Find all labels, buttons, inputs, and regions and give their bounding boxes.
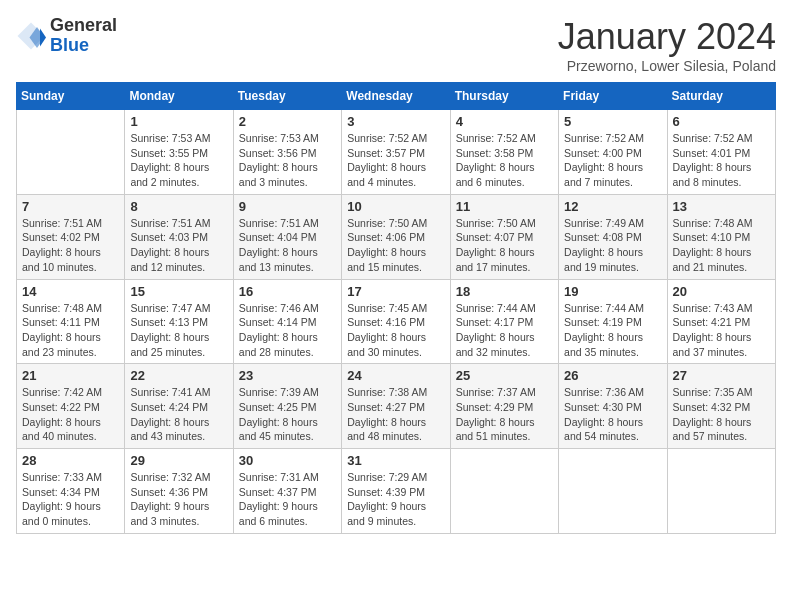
weekday-header-tuesday: Tuesday [233,83,341,110]
day-info: Sunrise: 7:52 AMSunset: 4:00 PMDaylight:… [564,131,661,190]
calendar-cell: 23Sunrise: 7:39 AMSunset: 4:25 PMDayligh… [233,364,341,449]
logo-general-text: General [50,16,117,36]
weekday-header-thursday: Thursday [450,83,558,110]
day-info: Sunrise: 7:51 AMSunset: 4:02 PMDaylight:… [22,216,119,275]
day-info: Sunrise: 7:49 AMSunset: 4:08 PMDaylight:… [564,216,661,275]
day-info: Sunrise: 7:32 AMSunset: 4:36 PMDaylight:… [130,470,227,529]
day-info: Sunrise: 7:33 AMSunset: 4:34 PMDaylight:… [22,470,119,529]
calendar-cell: 4Sunrise: 7:52 AMSunset: 3:58 PMDaylight… [450,110,558,195]
calendar-cell: 31Sunrise: 7:29 AMSunset: 4:39 PMDayligh… [342,449,450,534]
calendar-cell: 1Sunrise: 7:53 AMSunset: 3:55 PMDaylight… [125,110,233,195]
day-number: 31 [347,453,444,468]
day-info: Sunrise: 7:44 AMSunset: 4:17 PMDaylight:… [456,301,553,360]
day-info: Sunrise: 7:36 AMSunset: 4:30 PMDaylight:… [564,385,661,444]
calendar-title: January 2024 [558,16,776,58]
day-info: Sunrise: 7:53 AMSunset: 3:56 PMDaylight:… [239,131,336,190]
day-number: 3 [347,114,444,129]
calendar-cell: 17Sunrise: 7:45 AMSunset: 4:16 PMDayligh… [342,279,450,364]
day-info: Sunrise: 7:31 AMSunset: 4:37 PMDaylight:… [239,470,336,529]
day-number: 27 [673,368,770,383]
day-info: Sunrise: 7:48 AMSunset: 4:10 PMDaylight:… [673,216,770,275]
logo-icon [16,21,46,51]
day-info: Sunrise: 7:52 AMSunset: 3:58 PMDaylight:… [456,131,553,190]
day-number: 25 [456,368,553,383]
calendar-cell: 7Sunrise: 7:51 AMSunset: 4:02 PMDaylight… [17,194,125,279]
day-info: Sunrise: 7:51 AMSunset: 4:03 PMDaylight:… [130,216,227,275]
calendar-cell: 18Sunrise: 7:44 AMSunset: 4:17 PMDayligh… [450,279,558,364]
day-number: 16 [239,284,336,299]
calendar-cell: 2Sunrise: 7:53 AMSunset: 3:56 PMDaylight… [233,110,341,195]
calendar-cell: 8Sunrise: 7:51 AMSunset: 4:03 PMDaylight… [125,194,233,279]
day-number: 5 [564,114,661,129]
day-info: Sunrise: 7:52 AMSunset: 4:01 PMDaylight:… [673,131,770,190]
title-block: January 2024 Przeworno, Lower Silesia, P… [558,16,776,74]
calendar-cell [450,449,558,534]
weekday-header-saturday: Saturday [667,83,775,110]
calendar-cell: 13Sunrise: 7:48 AMSunset: 4:10 PMDayligh… [667,194,775,279]
day-number: 14 [22,284,119,299]
day-info: Sunrise: 7:39 AMSunset: 4:25 PMDaylight:… [239,385,336,444]
day-info: Sunrise: 7:35 AMSunset: 4:32 PMDaylight:… [673,385,770,444]
calendar-cell: 19Sunrise: 7:44 AMSunset: 4:19 PMDayligh… [559,279,667,364]
day-number: 29 [130,453,227,468]
day-number: 22 [130,368,227,383]
day-info: Sunrise: 7:50 AMSunset: 4:07 PMDaylight:… [456,216,553,275]
weekday-header-monday: Monday [125,83,233,110]
day-info: Sunrise: 7:50 AMSunset: 4:06 PMDaylight:… [347,216,444,275]
calendar-cell: 29Sunrise: 7:32 AMSunset: 4:36 PMDayligh… [125,449,233,534]
weekday-header-sunday: Sunday [17,83,125,110]
day-info: Sunrise: 7:37 AMSunset: 4:29 PMDaylight:… [456,385,553,444]
day-number: 2 [239,114,336,129]
day-info: Sunrise: 7:52 AMSunset: 3:57 PMDaylight:… [347,131,444,190]
calendar-cell: 25Sunrise: 7:37 AMSunset: 4:29 PMDayligh… [450,364,558,449]
calendar-cell: 15Sunrise: 7:47 AMSunset: 4:13 PMDayligh… [125,279,233,364]
calendar-cell: 28Sunrise: 7:33 AMSunset: 4:34 PMDayligh… [17,449,125,534]
calendar-cell: 11Sunrise: 7:50 AMSunset: 4:07 PMDayligh… [450,194,558,279]
day-info: Sunrise: 7:29 AMSunset: 4:39 PMDaylight:… [347,470,444,529]
calendar-cell: 14Sunrise: 7:48 AMSunset: 4:11 PMDayligh… [17,279,125,364]
day-number: 4 [456,114,553,129]
calendar-location: Przeworno, Lower Silesia, Poland [558,58,776,74]
day-number: 24 [347,368,444,383]
day-info: Sunrise: 7:42 AMSunset: 4:22 PMDaylight:… [22,385,119,444]
calendar-cell: 26Sunrise: 7:36 AMSunset: 4:30 PMDayligh… [559,364,667,449]
day-number: 15 [130,284,227,299]
day-number: 11 [456,199,553,214]
day-number: 9 [239,199,336,214]
day-number: 26 [564,368,661,383]
logo-blue-text: Blue [50,36,117,56]
calendar-cell [667,449,775,534]
calendar-cell: 9Sunrise: 7:51 AMSunset: 4:04 PMDaylight… [233,194,341,279]
day-number: 21 [22,368,119,383]
calendar-cell: 21Sunrise: 7:42 AMSunset: 4:22 PMDayligh… [17,364,125,449]
day-info: Sunrise: 7:45 AMSunset: 4:16 PMDaylight:… [347,301,444,360]
calendar-cell: 12Sunrise: 7:49 AMSunset: 4:08 PMDayligh… [559,194,667,279]
calendar-cell: 3Sunrise: 7:52 AMSunset: 3:57 PMDaylight… [342,110,450,195]
day-number: 18 [456,284,553,299]
calendar-cell [17,110,125,195]
calendar-cell: 6Sunrise: 7:52 AMSunset: 4:01 PMDaylight… [667,110,775,195]
day-info: Sunrise: 7:44 AMSunset: 4:19 PMDaylight:… [564,301,661,360]
calendar-table: SundayMondayTuesdayWednesdayThursdayFrid… [16,82,776,534]
day-number: 28 [22,453,119,468]
weekday-header-wednesday: Wednesday [342,83,450,110]
day-number: 10 [347,199,444,214]
day-number: 1 [130,114,227,129]
calendar-cell: 24Sunrise: 7:38 AMSunset: 4:27 PMDayligh… [342,364,450,449]
day-number: 23 [239,368,336,383]
calendar-cell: 22Sunrise: 7:41 AMSunset: 4:24 PMDayligh… [125,364,233,449]
day-info: Sunrise: 7:38 AMSunset: 4:27 PMDaylight:… [347,385,444,444]
day-number: 12 [564,199,661,214]
day-number: 19 [564,284,661,299]
calendar-cell: 27Sunrise: 7:35 AMSunset: 4:32 PMDayligh… [667,364,775,449]
day-number: 8 [130,199,227,214]
weekday-header-friday: Friday [559,83,667,110]
day-info: Sunrise: 7:48 AMSunset: 4:11 PMDaylight:… [22,301,119,360]
day-info: Sunrise: 7:51 AMSunset: 4:04 PMDaylight:… [239,216,336,275]
calendar-cell: 20Sunrise: 7:43 AMSunset: 4:21 PMDayligh… [667,279,775,364]
day-info: Sunrise: 7:41 AMSunset: 4:24 PMDaylight:… [130,385,227,444]
day-number: 20 [673,284,770,299]
calendar-cell [559,449,667,534]
calendar-cell: 10Sunrise: 7:50 AMSunset: 4:06 PMDayligh… [342,194,450,279]
calendar-cell: 30Sunrise: 7:31 AMSunset: 4:37 PMDayligh… [233,449,341,534]
